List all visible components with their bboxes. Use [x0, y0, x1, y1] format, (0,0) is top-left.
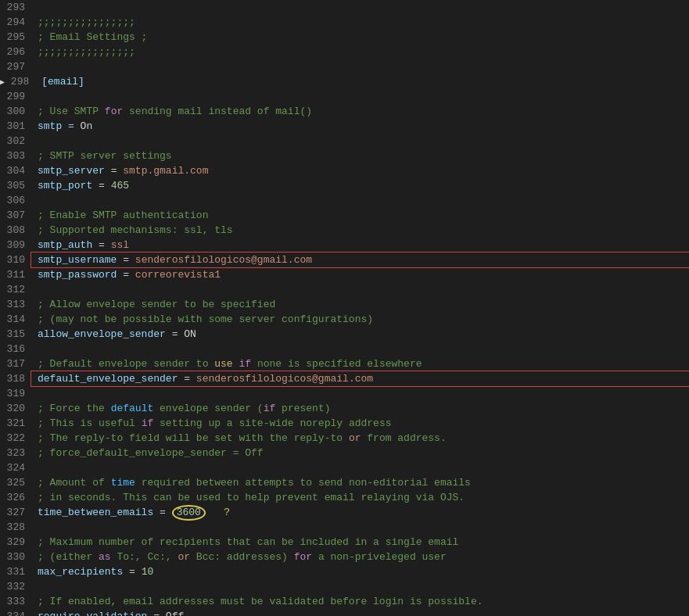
line-content-315: allow_envelope_sender = ON: [31, 327, 689, 342]
line-number-302: 302: [0, 134, 31, 149]
line-334: 334require_validation = Off: [0, 609, 689, 616]
token: smtp_port: [38, 180, 92, 192]
line-content-325: ; Amount of time required between attemp…: [31, 475, 689, 490]
line-content-311: smtp_password = correorevista1: [31, 267, 689, 282]
line-content-304: smtp_server = smtp.gmail.com: [31, 163, 689, 178]
line-number-319: 319: [0, 386, 31, 401]
line-number-334: 334: [0, 609, 31, 616]
line-324: 324: [0, 460, 689, 475]
line-328: 328: [0, 520, 689, 535]
line-content-297: [31, 59, 689, 74]
line-number-298: ▶ 298: [0, 74, 35, 89]
line-number-331: 331: [0, 564, 31, 579]
line-319: 319: [0, 386, 689, 401]
token: =: [166, 328, 184, 340]
token: for: [294, 551, 312, 563]
token: as: [99, 551, 111, 563]
line-number-305: 305: [0, 178, 31, 193]
token: senderosfilologicos@gmail.com: [135, 254, 312, 266]
line-310: 310smtp_username = senderosfilologicos@g…: [0, 252, 689, 267]
line-number-295: 295: [0, 30, 31, 45]
line-content-334: require_validation = Off: [31, 609, 689, 616]
token: ; Use SMTP: [38, 106, 105, 117]
token: correorevista1: [135, 269, 221, 281]
line-content-300: ; Use SMTP for sending mail instead of m…: [31, 104, 689, 119]
line-300: 300; Use SMTP for sending mail instead o…: [0, 104, 689, 119]
token: default: [111, 403, 154, 414]
line-number-317: 317: [0, 356, 31, 371]
line-content-328: [31, 520, 689, 535]
line-number-326: 326: [0, 490, 31, 505]
token: ;;;;;;;;;;;;;;;;: [38, 16, 135, 28]
line-309: 309smtp_auth = ssl: [0, 238, 689, 252]
line-number-299: 299: [0, 89, 31, 104]
line-number-306: 306: [0, 193, 31, 208]
token: ; SMTP server settings: [38, 150, 172, 162]
line-296: 296;;;;;;;;;;;;;;;;: [0, 45, 689, 59]
line-content-303: ; SMTP server settings: [31, 149, 689, 163]
token: ; in seconds. This can be used to help p…: [38, 492, 465, 503]
line-number-297: 297: [0, 59, 31, 74]
line-304: 304smtp_server = smtp.gmail.com: [0, 163, 689, 178]
line-number-318: 318: [0, 371, 31, 386]
token: if: [142, 417, 154, 429]
line-number-307: 307: [0, 208, 31, 223]
token: none is specified elsewhere: [251, 358, 422, 370]
token: ; Amount of: [38, 477, 111, 489]
line-312: 312: [0, 282, 689, 297]
token: time_between_emails: [38, 507, 153, 518]
token: ; The reply-to field will be set with th…: [38, 432, 349, 444]
token: sending mail instead of mail(): [123, 106, 312, 117]
token: ; (may not be possible with some server …: [38, 313, 373, 325]
line-content-317: ; Default envelope sender to use if none…: [31, 356, 689, 371]
token: ; Supported mechanisms: ssl, tls: [38, 224, 233, 236]
token: smtp =: [38, 120, 81, 132]
token: Off: [166, 611, 184, 616]
token: ; If enabled, email addresses must be va…: [38, 596, 483, 607]
line-301: 301smtp = On: [0, 119, 689, 134]
token: from address.: [361, 432, 446, 444]
token: smtp_auth: [38, 239, 92, 251]
line-content-309: smtp_auth = ssl: [31, 238, 689, 252]
line-number-328: 328: [0, 520, 31, 535]
token: =: [117, 269, 135, 281]
line-318: 318default_envelope_sender = senderosfil…: [0, 371, 689, 386]
circle-annotation: 3600: [172, 505, 206, 521]
line-321: 321; This is useful if setting up a site…: [0, 416, 689, 431]
line-number-296: 296: [0, 45, 31, 59]
line-307: 307; Enable SMTP authentication: [0, 208, 689, 223]
line-content-296: ;;;;;;;;;;;;;;;;: [31, 45, 689, 59]
line-number-327: 327: [0, 505, 31, 520]
token: =: [92, 239, 110, 251]
line-number-333: 333: [0, 594, 31, 609]
line-330: 330; (either as To:, Cc:, or Bcc: addres…: [0, 550, 689, 564]
line-number-322: 322: [0, 431, 31, 446]
line-content-302: [31, 134, 689, 149]
token: max_recipients: [38, 566, 123, 578]
line-327: 327time_between_emails = 3600 ?: [0, 505, 689, 520]
line-320: 320; Force the default envelope sender (…: [0, 401, 689, 416]
token: ON: [184, 328, 196, 340]
token: envelope sender (: [153, 403, 263, 414]
token: ; Force the: [38, 403, 111, 414]
token: ; Enable SMTP authentication: [38, 210, 208, 221]
line-content-306: [31, 193, 689, 208]
token: for: [105, 106, 123, 117]
token: =: [147, 611, 165, 616]
token: ;;;;;;;;;;;;;;;;: [38, 46, 135, 58]
line-314: 314; (may not be possible with some serv…: [0, 312, 689, 327]
token: ; Maximum number of recipients that can …: [38, 536, 458, 548]
line-number-320: 320: [0, 401, 31, 416]
line-298: ▶ 298[email]: [0, 74, 689, 89]
line-content-323: ; force_default_envelope_sender = Off: [31, 446, 689, 460]
token: ; force_default_envelope_sender = Off: [38, 447, 264, 459]
line-325: 325; Amount of time required between att…: [0, 475, 689, 490]
line-number-304: 304: [0, 163, 31, 178]
line-content-308: ; Supported mechanisms: ssl, tls: [31, 223, 689, 238]
line-297: 297: [0, 59, 689, 74]
line-322: 322; The reply-to field will be set with…: [0, 431, 689, 446]
line-content-329: ; Maximum number of recipients that can …: [31, 535, 689, 550]
line-content-327: time_between_emails = 3600 ?: [31, 505, 689, 520]
token: ; Allow envelope sender to be specified: [38, 299, 275, 310]
token: To:, Cc:,: [111, 551, 178, 563]
